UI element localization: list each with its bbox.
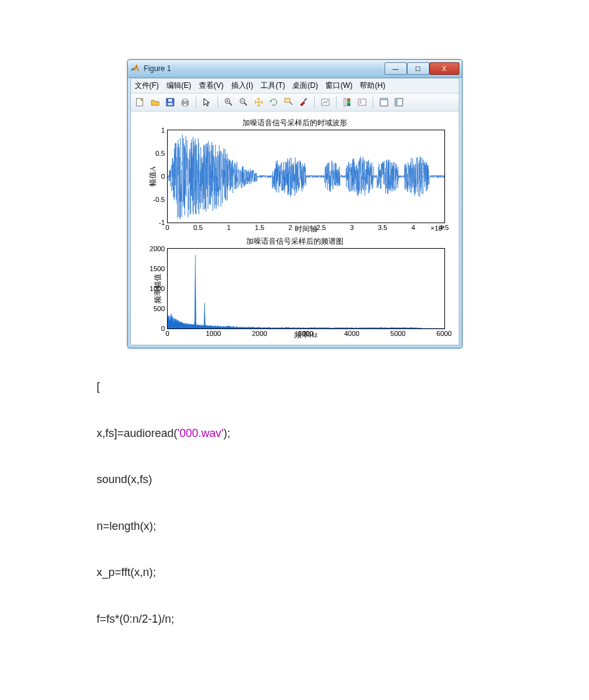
waveform-plot bbox=[168, 130, 444, 223]
zoom-out-icon[interactable] bbox=[237, 95, 251, 109]
code-line: [ bbox=[97, 380, 589, 394]
svg-rect-3 bbox=[168, 103, 173, 105]
chart-title: 加噪语音信号采样后的时域波形 bbox=[138, 118, 451, 128]
matlab-icon bbox=[130, 64, 140, 74]
svg-line-16 bbox=[304, 98, 307, 101]
figure-window: Figure 1 — ☐ X 文件(F) 编辑(E) 查看(V) 插入(I) 工… bbox=[127, 59, 462, 348]
link-icon[interactable] bbox=[318, 95, 332, 109]
window-title: Figure 1 bbox=[144, 64, 385, 73]
svg-rect-26 bbox=[395, 98, 398, 106]
code-block: [ x,fs]=audioread('000.wav'); sound(x,fs… bbox=[97, 380, 589, 626]
brush-icon[interactable] bbox=[297, 95, 310, 109]
menu-view[interactable]: 查看(V) bbox=[199, 80, 224, 91]
save-icon[interactable] bbox=[163, 95, 177, 109]
data-cursor-icon[interactable] bbox=[282, 95, 295, 109]
svg-rect-18 bbox=[344, 98, 346, 106]
menubar: 文件(F) 编辑(E) 查看(V) 插入(I) 工具(T) 桌面(D) 窗口(W… bbox=[131, 79, 459, 93]
xlabel: 频率Hz bbox=[167, 330, 445, 340]
xlabel-row: 时间轴 ×10⁴ bbox=[167, 224, 445, 233]
layout2-icon[interactable] bbox=[392, 95, 406, 109]
yticks: 0500100015002000 bbox=[143, 249, 168, 328]
chart-title: 加噪语音信号采样后的频谱图 bbox=[138, 236, 451, 247]
toolbar-sep bbox=[373, 96, 373, 108]
zoom-in-icon[interactable] bbox=[222, 95, 236, 109]
menu-tools[interactable]: 工具(T) bbox=[261, 80, 285, 91]
rotate-icon[interactable] bbox=[267, 95, 280, 109]
svg-rect-5 bbox=[183, 99, 187, 102]
xlabel-row: 频率Hz bbox=[167, 330, 445, 338]
minimize-button[interactable]: — bbox=[385, 62, 407, 75]
toolbar-sep bbox=[314, 96, 315, 108]
layout-icon[interactable] bbox=[377, 95, 391, 109]
code-line: x,fs]=audioread('000.wav'); bbox=[97, 426, 589, 441]
menu-desktop[interactable]: 桌面(D) bbox=[292, 80, 318, 91]
subplot-spectrum: 加噪语音信号采样后的频谱图 频率幅值 0500100015002000 0100… bbox=[138, 236, 451, 338]
subplot-time-domain: 加噪语音信号采样后的时域波形 幅值A -1-0.500.51 00.511.52… bbox=[138, 118, 451, 233]
spectrum-plot bbox=[168, 249, 444, 328]
svg-rect-24 bbox=[380, 98, 388, 100]
colorbar-icon[interactable] bbox=[340, 95, 354, 109]
plot-area: 加噪语音信号采样后的时域波形 幅值A -1-0.500.51 00.511.52… bbox=[131, 112, 459, 345]
svg-rect-2 bbox=[168, 99, 172, 102]
svg-rect-20 bbox=[358, 99, 366, 105]
menu-window[interactable]: 窗口(W) bbox=[325, 80, 352, 91]
axes-time[interactable]: 幅值A -1-0.500.51 00.511.522.533.544.5 bbox=[167, 130, 445, 223]
svg-line-15 bbox=[290, 102, 292, 105]
maximize-button[interactable]: ☐ bbox=[407, 62, 429, 75]
x-exponent: ×10⁴ bbox=[431, 224, 445, 233]
code-line: sound(x,fs) bbox=[97, 472, 589, 487]
xlabel: 时间轴 bbox=[167, 224, 445, 234]
toolbar bbox=[131, 93, 459, 112]
titlebar[interactable]: Figure 1 — ☐ X bbox=[128, 60, 462, 78]
svg-rect-14 bbox=[285, 98, 290, 102]
menu-insert[interactable]: 插入(I) bbox=[231, 80, 253, 91]
open-icon[interactable] bbox=[148, 95, 162, 109]
code-line: x_p=fft(x,n); bbox=[97, 565, 589, 580]
close-button[interactable]: X bbox=[429, 62, 459, 75]
print-icon[interactable] bbox=[178, 95, 192, 109]
pan-icon[interactable] bbox=[252, 95, 266, 109]
menu-help[interactable]: 帮助(H) bbox=[360, 80, 385, 91]
svg-rect-19 bbox=[347, 98, 350, 106]
code-line: f=fs*(0:n/2-1)/n; bbox=[97, 612, 589, 626]
new-figure-icon[interactable] bbox=[133, 95, 147, 109]
svg-rect-6 bbox=[183, 103, 187, 106]
toolbar-sep bbox=[196, 96, 196, 108]
window-inner: 文件(F) 编辑(E) 查看(V) 插入(I) 工具(T) 桌面(D) 窗口(W… bbox=[130, 78, 459, 345]
figure-container: Figure 1 — ☐ X 文件(F) 编辑(E) 查看(V) 插入(I) 工… bbox=[127, 59, 462, 348]
window-buttons: — ☐ X bbox=[385, 62, 459, 75]
svg-line-12 bbox=[244, 103, 247, 105]
code-line: n=length(x); bbox=[97, 519, 589, 534]
document-page: Figure 1 — ☐ X 文件(F) 编辑(E) 查看(V) 插入(I) 工… bbox=[0, 0, 589, 683]
yticks: -1-0.500.51 bbox=[143, 130, 168, 223]
legend-icon[interactable] bbox=[355, 95, 369, 109]
toolbar-sep bbox=[336, 96, 337, 108]
menu-edit[interactable]: 编辑(E) bbox=[166, 80, 191, 91]
toolbar-sep bbox=[218, 96, 218, 108]
svg-line-8 bbox=[229, 103, 232, 105]
pointer-icon[interactable] bbox=[200, 95, 214, 109]
menu-file[interactable]: 文件(F) bbox=[135, 80, 159, 91]
axes-spectrum[interactable]: 频率幅值 0500100015002000 010002000300040005… bbox=[167, 248, 445, 329]
